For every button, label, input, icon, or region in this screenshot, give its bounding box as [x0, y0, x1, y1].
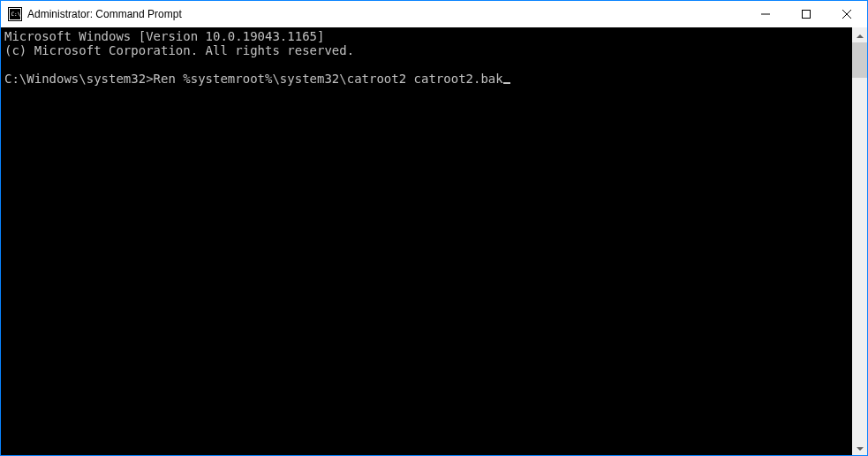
terminal-prompt: C:\Windows\system32>: [4, 72, 154, 86]
close-button[interactable]: [826, 1, 867, 27]
svg-marker-9: [857, 447, 864, 451]
terminal-line: Microsoft Windows [Version 10.0.19043.11…: [4, 29, 324, 43]
command-prompt-window: C:\ Administrator: Command Prompt: [0, 0, 868, 456]
scroll-down-icon: [857, 440, 864, 456]
svg-marker-8: [857, 34, 864, 38]
minimize-button[interactable]: [745, 1, 786, 27]
title-left: C:\ Administrator: Command Prompt: [8, 7, 182, 21]
vertical-scrollbar[interactable]: [852, 27, 867, 455]
titlebar[interactable]: C:\ Administrator: Command Prompt: [1, 1, 867, 27]
scrollbar-thumb[interactable]: [852, 42, 867, 78]
client-area: Microsoft Windows [Version 10.0.19043.11…: [1, 27, 867, 455]
svg-text:C:\: C:\: [11, 11, 21, 17]
window-title: Administrator: Command Prompt: [27, 8, 182, 20]
maximize-button[interactable]: [786, 1, 826, 27]
svg-rect-5: [803, 11, 811, 19]
close-icon: [842, 10, 851, 19]
scroll-up-button[interactable]: [852, 27, 867, 42]
scroll-down-button[interactable]: [852, 440, 867, 455]
scroll-up-icon: [857, 27, 864, 43]
cmd-icon: C:\: [8, 7, 22, 21]
terminal-command: Ren %systemroot%\system32\catroot2 catro…: [154, 72, 503, 86]
window-controls: [745, 1, 867, 27]
terminal-output[interactable]: Microsoft Windows [Version 10.0.19043.11…: [1, 27, 852, 455]
scrollbar-track[interactable]: [852, 42, 867, 440]
terminal-line: (c) Microsoft Corporation. All rights re…: [4, 43, 354, 57]
maximize-icon: [802, 10, 811, 19]
terminal-cursor: [503, 82, 510, 84]
minimize-icon: [761, 10, 770, 19]
